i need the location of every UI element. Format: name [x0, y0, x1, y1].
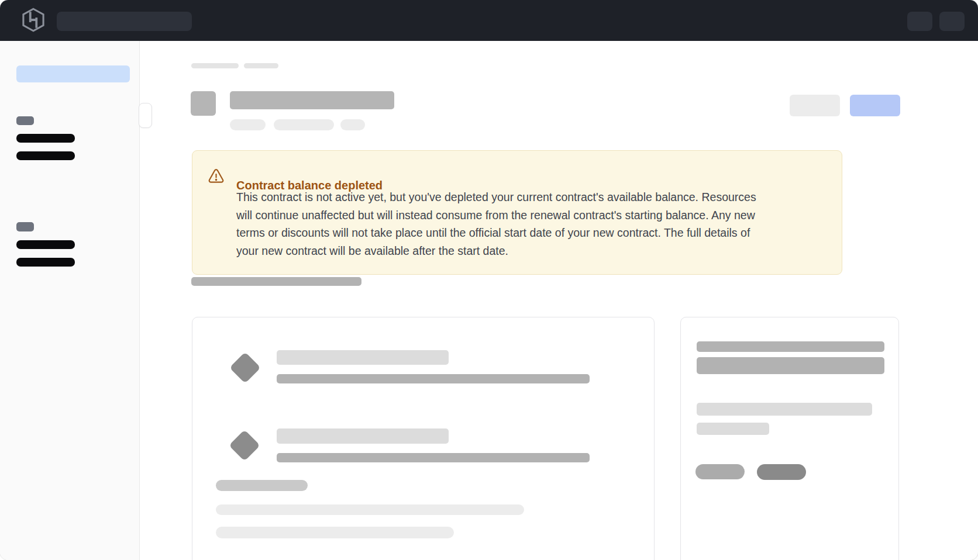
sidebar-item-skeleton[interactable]	[16, 134, 75, 143]
page-icon-skeleton	[191, 91, 216, 116]
alert-body-line: This contract is not active yet, but you…	[236, 188, 756, 206]
page-title-skeleton	[230, 91, 394, 109]
sidebar-item-skeleton[interactable]	[16, 151, 75, 160]
app-window: Contract balance depleted This contract …	[0, 0, 978, 560]
text-line-skeleton	[216, 527, 454, 538]
sidebar-section-label-skeleton	[16, 222, 34, 231]
badge-skeleton	[230, 119, 266, 130]
sidebar-item-skeleton[interactable]	[16, 258, 75, 267]
sidebar-collapse-handle[interactable]	[139, 103, 152, 128]
list-item-subtitle-skeleton	[277, 374, 590, 383]
label-skeleton	[216, 480, 308, 491]
card-button-skeleton[interactable]	[757, 464, 806, 480]
alert-body-line: will continue unaffected but will instea…	[236, 206, 756, 224]
diamond-icon	[229, 430, 260, 461]
alert-body-line: your new contract will be available afte…	[236, 242, 756, 260]
alert-triangle-icon	[207, 167, 225, 188]
hashicorp-logo-icon[interactable]	[22, 8, 44, 34]
resources-card	[192, 317, 655, 560]
primary-button-skeleton[interactable]	[850, 95, 900, 116]
sidebar-item-skeleton[interactable]	[16, 240, 75, 249]
secondary-button-skeleton[interactable]	[790, 95, 840, 116]
topbar-action-button-2[interactable]	[939, 12, 965, 31]
summary-card	[680, 317, 899, 560]
alert-body: This contract is not active yet, but you…	[236, 188, 756, 260]
breadcrumb-skeleton	[244, 63, 278, 68]
sidebar-section-label-skeleton	[16, 116, 34, 125]
card-title-skeleton	[697, 341, 884, 352]
search-input-skeleton[interactable]	[57, 12, 192, 31]
text-line-skeleton	[216, 504, 524, 515]
list-item-title-skeleton	[277, 350, 449, 365]
badge-skeleton	[340, 119, 365, 130]
topbar	[0, 0, 978, 41]
warning-alert: Contract balance depleted This contract …	[192, 150, 842, 275]
card-text-skeleton	[697, 423, 769, 435]
card-title-skeleton	[697, 357, 884, 374]
sidebar-item-active-skeleton[interactable]	[16, 65, 130, 82]
section-title-skeleton	[191, 277, 361, 286]
alert-body-line: terms or discounts will not take place u…	[236, 224, 756, 242]
sidebar	[0, 41, 140, 560]
topbar-action-button-1[interactable]	[907, 12, 932, 31]
card-text-skeleton	[697, 403, 872, 416]
card-button-skeleton[interactable]	[695, 464, 745, 479]
list-item-subtitle-skeleton	[277, 453, 590, 462]
breadcrumb-skeleton	[191, 63, 239, 68]
badge-skeleton	[274, 119, 334, 130]
list-item-title-skeleton	[277, 428, 449, 444]
diamond-icon	[229, 352, 261, 383]
